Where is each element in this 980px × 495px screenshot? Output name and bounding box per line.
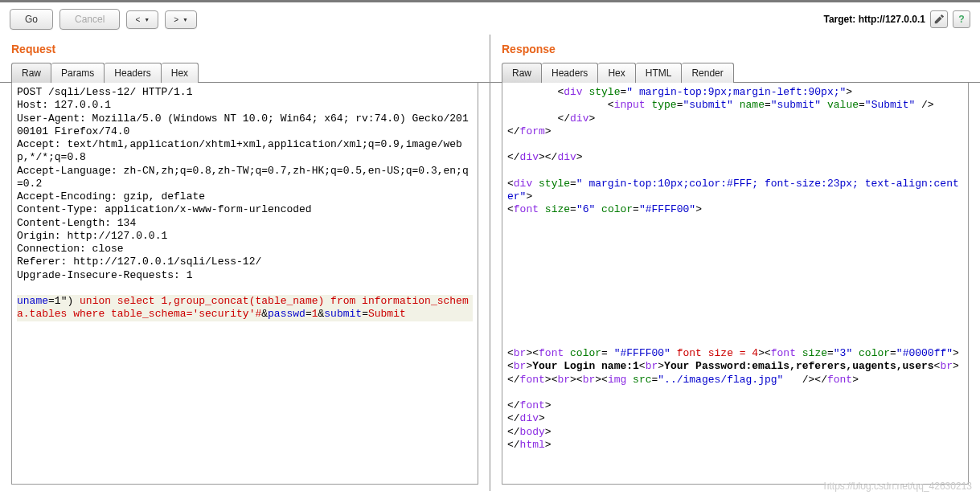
dropdown-icon: ▼ (182, 17, 188, 22)
tab-headers[interactable]: Headers (105, 63, 161, 83)
password-text: Your Password:emails,referers,uagents,us… (664, 360, 933, 372)
tab-raw[interactable]: Raw (502, 63, 542, 83)
dropdown-icon: ▼ (144, 17, 150, 22)
response-panel: Response Raw Headers Hex HTML Render <di… (490, 35, 980, 491)
pencil-icon (933, 14, 945, 25)
tab-headers[interactable]: Headers (542, 63, 598, 83)
request-headers-text: POST /sqli/Less-12/ HTTP/1.1 Host: 127.0… (17, 86, 469, 281)
chevron-left-icon: < (135, 15, 140, 24)
chevron-right-icon: > (174, 15, 178, 24)
param-key: submit (324, 308, 362, 320)
request-title: Request (0, 35, 490, 62)
tab-html[interactable]: HTML (636, 63, 683, 83)
target-section: Target: http://127.0.0.1 ? (824, 10, 971, 28)
login-name-text: Your Login name:1 (532, 360, 639, 372)
target-label: Target: http://127.0.0.1 (824, 14, 926, 25)
tab-hex[interactable]: Hex (162, 63, 199, 83)
svg-text:?: ? (958, 14, 964, 25)
next-button[interactable]: >▼ (165, 10, 197, 29)
request-tabs: Raw Params Headers Hex (0, 62, 490, 83)
request-content[interactable]: POST /sqli/Less-12/ HTTP/1.1 Host: 127.0… (11, 83, 478, 485)
cancel-button[interactable]: Cancel (59, 9, 120, 30)
help-button[interactable]: ? (953, 10, 970, 28)
response-content[interactable]: <div style=" margin-top:9px;margin-left:… (502, 83, 969, 485)
param-key: passwd (268, 308, 305, 320)
param-key: uname (17, 295, 48, 307)
tab-params[interactable]: Params (51, 63, 105, 83)
request-panel: Request Raw Params Headers Hex POST /sql… (0, 35, 490, 491)
tab-hex[interactable]: Hex (598, 63, 635, 83)
response-tabs: Raw Headers Hex HTML Render (490, 62, 980, 83)
toolbar: Go Cancel <▼ >▼ Target: http://127.0.0.1… (0, 2, 980, 35)
tab-render[interactable]: Render (682, 63, 733, 83)
response-title: Response (490, 35, 980, 62)
question-icon: ? (956, 14, 967, 25)
go-button[interactable]: Go (10, 9, 53, 30)
edit-target-button[interactable] (930, 10, 948, 28)
tab-raw[interactable]: Raw (11, 63, 51, 83)
prev-button[interactable]: <▼ (126, 10, 158, 29)
